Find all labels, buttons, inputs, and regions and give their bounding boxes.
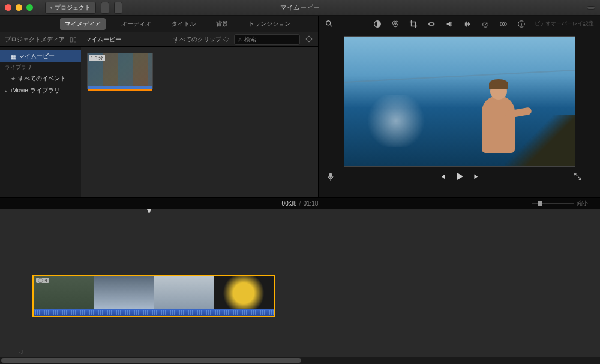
clip-skimmer-playhead [131, 53, 131, 88]
sidebar-item-imovie-library[interactable]: ▸ iMovie ライブラリ [0, 85, 81, 97]
viewer-video[interactable] [344, 36, 575, 167]
zoom-window-button[interactable] [26, 4, 33, 11]
clip-browser-area[interactable]: 1.9 分 [81, 47, 318, 197]
viewer-panel [318, 32, 600, 197]
minimize-window-button[interactable] [16, 4, 22, 11]
timeline-clip[interactable]: ◯ 4 [32, 275, 275, 317]
browser-settings-icon[interactable] [305, 35, 313, 44]
chevron-left-icon: ‹ [50, 4, 52, 11]
main-area: プロジェクトメディア ▯▯ マイムービー すべてのクリップ ◇ ⌕ 検索 ▦ マ… [0, 32, 600, 197]
window-controls [5, 4, 33, 11]
timeline-scrollbar[interactable] [0, 357, 600, 364]
import-media-button[interactable] [101, 2, 109, 14]
clip-filter-icon[interactable] [499, 19, 508, 29]
search-input[interactable]: ⌕ 検索 [234, 34, 300, 45]
clip-duration-badge: 1.9 分 [89, 55, 105, 61]
download-media-button[interactable] [114, 2, 122, 14]
browser-header: プロジェクトメディア ▯▯ マイムービー すべてのクリップ ◇ ⌕ 検索 [0, 32, 318, 47]
svg-rect-8 [430, 22, 434, 25]
media-tabs-row: マイメディア オーディオ タイトル 背景 トランジション ビデオオーバーレイ設定 [0, 16, 600, 32]
timecode-current: 00:38 [282, 200, 297, 207]
timecode-total: 01:18 [303, 200, 318, 207]
play-button[interactable] [455, 172, 464, 182]
svg-rect-9 [428, 23, 430, 25]
timeline-zoom-control: 縮小 [532, 200, 588, 207]
library-sidebar: ▦ マイムービー ライブラリ ★ すべてのイベント ▸ iMovie ライブラリ [0, 47, 81, 197]
crop-icon[interactable] [409, 19, 418, 29]
star-icon: ★ [11, 76, 16, 82]
fullscreen-button[interactable] [574, 172, 592, 182]
tab-audio[interactable]: オーディオ [116, 18, 156, 30]
prev-frame-button[interactable] [439, 173, 446, 182]
browser-view-toggle[interactable]: ▯▯ [70, 36, 77, 43]
window-title: マイムービー [280, 3, 320, 12]
svg-point-7 [394, 23, 397, 26]
info-icon[interactable] [517, 19, 526, 29]
zoom-label[interactable]: 縮小 [577, 200, 588, 207]
tab-titles[interactable]: タイトル [167, 18, 200, 30]
browser-title: マイムービー [85, 35, 121, 44]
zoom-search-icon[interactable] [325, 19, 334, 29]
voiceover-button[interactable] [327, 172, 345, 182]
browser-section-label: プロジェクトメディア [5, 35, 65, 44]
music-well-icon[interactable]: ♫ [18, 347, 23, 356]
timeline-clip-audio-waveform[interactable] [34, 309, 274, 316]
svg-point-3 [326, 20, 331, 25]
clip-filter-dropdown[interactable]: すべてのクリップ ◇ [173, 35, 229, 44]
sidebar-item-my-movie[interactable]: ▦ マイムービー [0, 50, 81, 62]
zoom-slider[interactable] [532, 203, 574, 204]
back-label: プロジェクト [55, 4, 91, 12]
stabilization-icon[interactable] [427, 19, 436, 29]
tab-transitions[interactable]: トランジション [244, 18, 295, 30]
timeline-scrollbar-thumb[interactable] [1, 358, 301, 363]
svg-rect-16 [329, 173, 332, 178]
tab-my-media[interactable]: マイメディア [60, 18, 106, 30]
search-placeholder: 検索 [244, 35, 256, 44]
media-browser: プロジェクトメディア ▯▯ マイムービー すべてのクリップ ◇ ⌕ 検索 ▦ マ… [0, 32, 318, 197]
share-button[interactable] [587, 6, 595, 10]
color-correction-icon[interactable] [391, 19, 400, 29]
zoom-slider-thumb[interactable] [538, 201, 542, 206]
titlebar: ‹ プロジェクト マイムービー [0, 0, 600, 16]
noise-reduction-icon[interactable] [463, 19, 472, 29]
sidebar-item-all-events[interactable]: ★ すべてのイベント [0, 73, 81, 85]
speed-icon[interactable] [481, 19, 490, 29]
timeline-frame [214, 276, 274, 310]
next-frame-button[interactable] [473, 173, 481, 182]
viewer-controls [326, 167, 593, 182]
close-window-button[interactable] [5, 4, 11, 11]
disclosure-triangle-icon: ▸ [5, 88, 7, 94]
tab-backgrounds[interactable]: 背景 [211, 18, 233, 30]
svg-rect-10 [434, 23, 435, 25]
timeline-frame [154, 276, 214, 310]
viewer-toolbar: ビデオオーバーレイ設定 [318, 16, 600, 32]
viewer-tool-disabled-text: ビデオオーバーレイ設定 [535, 20, 594, 28]
search-icon: ⌕ [238, 36, 242, 43]
volume-icon[interactable] [445, 19, 454, 29]
timeline-frame [94, 276, 154, 310]
color-balance-icon[interactable] [373, 19, 382, 29]
timecode-bar: 00:38 / 01:18 縮小 [0, 197, 600, 209]
clapper-icon: ▦ [11, 53, 16, 60]
clip-thumbnail[interactable]: 1.9 分 [87, 53, 153, 89]
timeline-clip-badge: ◯ 4 [36, 278, 49, 283]
timeline-playhead[interactable] [149, 209, 149, 356]
sidebar-section-library: ライブラリ [0, 62, 81, 73]
timecode-separator: / [299, 200, 301, 207]
timeline[interactable]: ◯ 4 ♫ [0, 209, 600, 364]
back-to-projects-button[interactable]: ‹ プロジェクト [45, 2, 96, 14]
clip-used-indicator [88, 89, 152, 91]
